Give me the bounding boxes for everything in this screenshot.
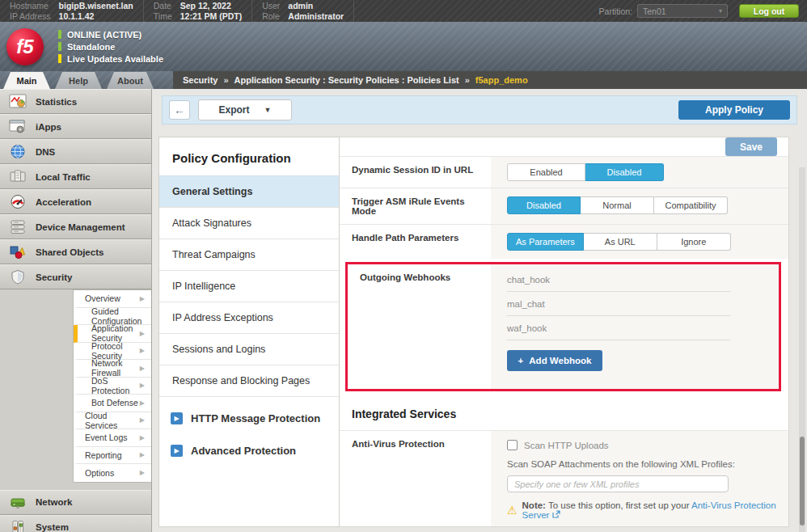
- sidebar-item-system[interactable]: System: [0, 515, 151, 532]
- expand-arrow-icon: ▶: [171, 412, 183, 424]
- webhook-item[interactable]: mal_chat: [507, 292, 730, 316]
- sidebar-item-security[interactable]: Security: [0, 264, 151, 289]
- webhook-item[interactable]: chat_hook: [507, 268, 730, 292]
- status-green-bar-icon: [58, 30, 61, 39]
- status-yellow-bar-icon: [58, 54, 61, 63]
- submenu-item-overview[interactable]: Overview ▶: [74, 290, 151, 308]
- partition-value: Ten01: [643, 6, 666, 16]
- back-button[interactable]: ←: [169, 100, 190, 120]
- acceleration-icon: [6, 194, 29, 209]
- handle-path-row: Handle Path Parameters As Parameters As …: [340, 224, 788, 259]
- vertical-scrollbar[interactable]: [799, 167, 805, 532]
- sidebar-item-shared-objects[interactable]: Shared Objects: [0, 239, 151, 264]
- policy-nav-general-settings[interactable]: General Settings: [159, 175, 339, 207]
- time-value: 12:21 PM (PDT): [180, 11, 242, 21]
- sidebar-item-iapps[interactable]: iApps: [0, 114, 151, 139]
- submenu-item-bot-defense[interactable]: Bot Defense ▶: [74, 395, 151, 412]
- xml-profiles-input[interactable]: [507, 475, 729, 492]
- hostname-label: Hostname: [10, 1, 51, 11]
- section-http-message-protection[interactable]: ▶ HTTP Message Protection: [159, 397, 339, 429]
- security-shield-icon: [6, 269, 29, 285]
- tab-row: Main Help About Security » Application S…: [0, 71, 807, 89]
- policy-nav-threat-campaigns[interactable]: Threat Campaigns: [159, 239, 339, 270]
- chevron-right-icon: ▶: [140, 295, 145, 302]
- sidebar-item-acceleration[interactable]: Acceleration: [0, 189, 151, 214]
- outgoing-webhooks-row: Outgoing Webhooks chat_hook mal_chat waf…: [348, 264, 779, 389]
- export-dropdown[interactable]: Export ▼: [198, 99, 292, 120]
- dynamic-session-toggle: Enabled Disabled: [507, 163, 777, 181]
- status-standalone: Standalone: [58, 42, 163, 52]
- row-label: Outgoing Webhooks: [348, 264, 491, 389]
- tab-help[interactable]: Help: [55, 72, 102, 89]
- toggle-option-normal[interactable]: Normal: [581, 196, 654, 214]
- role-label: Role: [262, 11, 280, 21]
- toggle-option-as-url[interactable]: As URL: [584, 233, 657, 251]
- chevron-right-icon: ▶: [140, 365, 145, 372]
- save-button[interactable]: Save: [725, 137, 777, 156]
- sidebar-item-dns[interactable]: DNS: [0, 139, 151, 164]
- sidebar-item-network[interactable]: Network: [0, 490, 151, 515]
- chevron-right-icon: ▶: [140, 434, 145, 441]
- submenu-item-application-security[interactable]: Application Security ▶: [74, 325, 151, 343]
- toggle-option-enabled[interactable]: Enabled: [507, 163, 585, 181]
- submenu-item-network-firewall[interactable]: Network Firewall ▶: [74, 360, 151, 378]
- submenu-item-reporting[interactable]: Reporting ▶: [74, 447, 151, 465]
- submenu-item-cloud-services[interactable]: Cloud Services ▶: [74, 412, 151, 430]
- warning-icon: ⚠: [507, 505, 518, 516]
- iapps-icon: [6, 119, 29, 134]
- policy-nav-attack-signatures[interactable]: Attack Signatures: [159, 207, 339, 239]
- submenu-item-dos-protection[interactable]: DoS Protection ▶: [74, 378, 151, 395]
- policy-nav-ip-address-exceptions[interactable]: IP Address Exceptions: [159, 302, 339, 333]
- breadcrumb: Security » Application Security : Securi…: [173, 71, 807, 89]
- time-label: Time: [154, 11, 172, 21]
- toggle-option-disabled[interactable]: Disabled: [507, 196, 581, 214]
- ip-label: IP Address: [10, 11, 51, 21]
- f5-logo: f5: [6, 28, 44, 65]
- toggle-option-compatibility[interactable]: Compatibility: [654, 196, 728, 214]
- scan-http-uploads-checkbox[interactable]: [507, 440, 518, 450]
- sidebar-item-local-traffic[interactable]: Local Traffic: [0, 164, 151, 189]
- chevron-right-icon: ▶: [140, 382, 145, 389]
- chevron-down-icon: ▼: [264, 106, 272, 114]
- partition-select[interactable]: Ten01 ▾: [637, 4, 728, 18]
- sidebar-item-device-management[interactable]: Device Management: [0, 214, 151, 239]
- user-info: User Role admin Administrator: [252, 0, 354, 22]
- logout-button[interactable]: Log out: [739, 4, 799, 18]
- policy-nav-sessions-and-logins[interactable]: Sessions and Logins: [159, 333, 339, 365]
- sidebar-item-statistics[interactable]: Statistics: [0, 89, 151, 114]
- submenu-item-protocol-security[interactable]: Protocol Security ▶: [74, 343, 151, 361]
- host-info: Hostname IP Address bigipB.wisenet.lan 1…: [0, 0, 144, 22]
- add-webhook-button[interactable]: + Add Webhook: [507, 350, 602, 371]
- plus-icon: +: [518, 356, 524, 365]
- policy-nav-response-blocking-pages[interactable]: Response and Blocking Pages: [159, 365, 339, 397]
- submenu-item-event-logs[interactable]: Event Logs ▶: [74, 429, 151, 447]
- row-label: Trigger ASM iRule Events Mode: [340, 188, 491, 224]
- tab-about[interactable]: About: [107, 72, 154, 89]
- webhook-item[interactable]: waf_hook: [507, 316, 730, 340]
- dns-icon: [6, 144, 29, 159]
- policy-configuration-panel: Policy Configuration General Settings At…: [158, 137, 340, 527]
- breadcrumb-segment[interactable]: Application Security : Security Policies…: [234, 75, 459, 85]
- network-icon: [6, 495, 29, 510]
- toggle-option-as-parameters[interactable]: As Parameters: [507, 233, 584, 251]
- toggle-option-ignore[interactable]: Ignore: [657, 233, 731, 251]
- breadcrumb-segment[interactable]: Security: [183, 75, 218, 85]
- panel-title: Policy Configuration: [159, 137, 339, 175]
- ip-value: 10.1.1.42: [59, 11, 133, 21]
- tab-main[interactable]: Main: [3, 72, 50, 89]
- chevron-right-icon: ▶: [140, 347, 145, 354]
- scrollbar-thumb[interactable]: [800, 437, 805, 526]
- apply-policy-button[interactable]: Apply Policy: [678, 100, 790, 120]
- policy-nav-ip-intelligence[interactable]: IP Intelligence: [159, 270, 339, 302]
- status-online: ONLINE (ACTIVE): [58, 30, 163, 40]
- submenu-item-guided-configuration[interactable]: Guided Configuration: [74, 308, 151, 326]
- banner: f5 ONLINE (ACTIVE) Standalone Live Updat…: [0, 22, 807, 71]
- toggle-option-disabled[interactable]: Disabled: [585, 163, 664, 181]
- top-info-bar: Hostname IP Address bigipB.wisenet.lan 1…: [0, 0, 807, 22]
- system-icon: [6, 520, 29, 532]
- shared-objects-icon: [6, 244, 29, 260]
- trigger-asm-toggle: Disabled Normal Compatibility: [507, 196, 777, 214]
- section-advanced-protection[interactable]: ▶ Advanced Protection: [159, 429, 339, 462]
- submenu-item-options[interactable]: Options ▶: [74, 464, 151, 482]
- device-management-icon: [6, 219, 29, 234]
